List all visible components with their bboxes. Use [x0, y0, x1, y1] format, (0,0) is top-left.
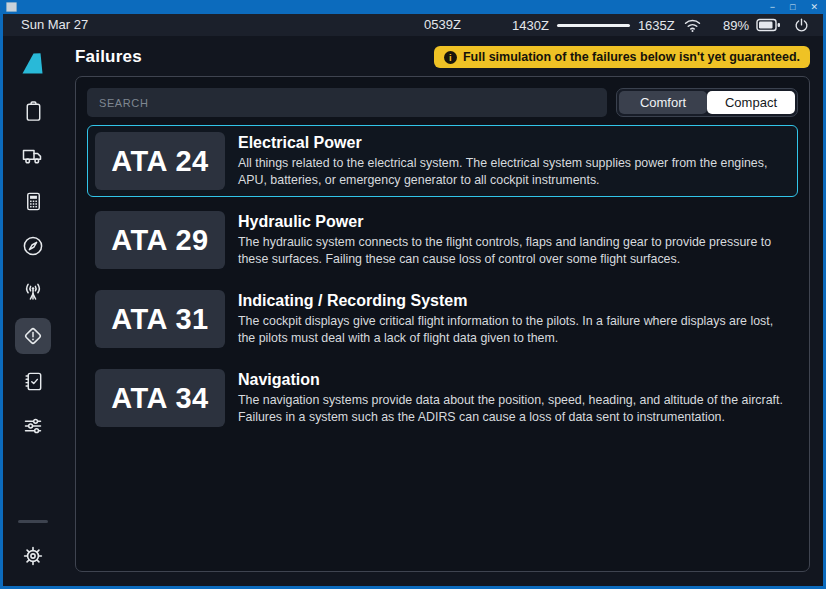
sidebar-item-navigation[interactable] [15, 228, 51, 264]
sidebar-item-checklists[interactable] [15, 363, 51, 399]
close-button[interactable]: ✕ [810, 0, 818, 14]
ata-badge: ATA 31 [95, 290, 225, 348]
sidebar-item-presets[interactable] [15, 408, 51, 444]
failure-description: The cockpit displays give critical fligh… [238, 313, 790, 346]
schedule-progress-bar[interactable] [557, 24, 630, 27]
sidebar-item-dashboard[interactable] [15, 93, 51, 129]
sliders-icon [21, 414, 45, 438]
ata-badge-label: ATA 24 [111, 145, 209, 178]
ata-badge-label: ATA 29 [111, 224, 209, 257]
calculator-icon [22, 190, 45, 213]
view-toggle-compact[interactable]: Compact [707, 91, 795, 114]
antenna-icon [21, 279, 45, 303]
ata-badge-label: ATA 31 [111, 303, 209, 336]
failure-title: Electrical Power [238, 134, 790, 152]
sidebar [3, 36, 63, 586]
failures-panel: Comfort Compact ATA 24 Electrical Power [75, 76, 810, 572]
gear-icon [21, 544, 45, 568]
sidebar-item-failures[interactable] [15, 318, 51, 354]
warning-banner: i Full simulation of the failures below … [434, 46, 810, 68]
flypad-logo-icon[interactable] [15, 46, 51, 82]
sidebar-item-atc[interactable] [15, 273, 51, 309]
schedule-start-time: 1430Z [512, 18, 549, 33]
clipboard-icon [22, 100, 45, 123]
failure-card[interactable]: ATA 34 Navigation The navigation systems… [87, 362, 798, 434]
power-icon[interactable] [793, 17, 810, 34]
ata-badge: ATA 34 [95, 369, 225, 427]
failure-description: The navigation systems provide data abou… [238, 392, 790, 425]
failure-description: The hydraulic system connects to the fli… [238, 234, 790, 267]
checklist-icon [22, 370, 45, 393]
maximize-button[interactable]: □ [790, 0, 795, 14]
schedule-end-time: 1635Z [638, 18, 675, 33]
failure-card[interactable]: ATA 24 Electrical Power All things relat… [87, 125, 798, 197]
statusbar-utc-time: 0539Z [424, 14, 461, 36]
failures-list: ATA 24 Electrical Power All things relat… [87, 125, 798, 434]
failure-description: All things related to the electrical sys… [238, 155, 790, 188]
failure-title: Hydraulic Power [238, 213, 790, 231]
ata-badge: ATA 29 [95, 211, 225, 269]
info-icon: i [444, 51, 457, 64]
statusbar-schedule: 1430Z 1635Z [512, 14, 675, 36]
main-content: Failures i Full simulation of the failur… [63, 36, 823, 586]
window-titlebar[interactable]: − □ ✕ [0, 0, 826, 14]
failure-card[interactable]: ATA 29 Hydraulic Power The hydraulic sys… [87, 204, 798, 276]
window: { "window": { "controls": { "minimize": … [0, 0, 826, 589]
ata-badge-label: ATA 34 [111, 382, 209, 415]
battery-icon [756, 18, 781, 32]
statusbar-date: Sun Mar 27 [21, 14, 88, 36]
view-toggle: Comfort Compact [616, 88, 798, 117]
search-input[interactable] [87, 88, 607, 117]
window-app-icon [6, 2, 17, 12]
page-title: Failures [75, 47, 142, 67]
flypad-app: Sun Mar 27 0539Z 1430Z 1635Z 89% [3, 14, 823, 586]
ata-badge: ATA 24 [95, 132, 225, 190]
sidebar-divider [18, 520, 48, 523]
truck-icon [21, 144, 45, 168]
warning-text: Full simulation of the failures below is… [463, 50, 800, 64]
failure-diamond-icon [21, 324, 45, 348]
failure-title: Navigation [238, 371, 790, 389]
failure-title: Indicating / Recording System [238, 292, 790, 310]
statusbar: Sun Mar 27 0539Z 1430Z 1635Z 89% [3, 14, 823, 36]
sidebar-item-performance[interactable] [15, 183, 51, 219]
wifi-icon [683, 18, 702, 33]
compass-icon [21, 234, 45, 258]
battery-percent: 89% [723, 18, 749, 33]
minimize-button[interactable]: − [770, 0, 775, 14]
failure-card[interactable]: ATA 31 Indicating / Recording System The… [87, 283, 798, 355]
sidebar-item-ground-services[interactable] [15, 138, 51, 174]
view-toggle-comfort[interactable]: Comfort [619, 91, 707, 114]
sidebar-item-settings[interactable] [15, 538, 51, 574]
